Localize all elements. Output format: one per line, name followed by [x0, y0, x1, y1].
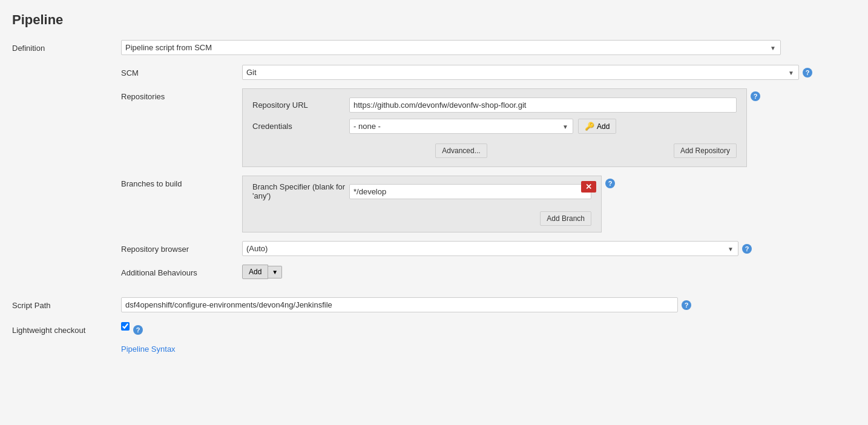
repo-actions: Advanced... Add Repository [252, 140, 737, 158]
branch-specifier-input[interactable] [349, 184, 591, 199]
repo-browser-row: Repository browser (Auto) ? [121, 241, 856, 256]
add-branch-button[interactable]: Add Branch [540, 211, 591, 226]
branches-row: Branches to build ✕ Branch Specifier (bl… [121, 176, 856, 232]
additional-behaviours-content: Add ▼ [242, 265, 856, 279]
branch-specifier-label: Branch Specifier (blank for 'any') [252, 182, 349, 200]
repo-browser-select[interactable]: (Auto) [242, 241, 738, 256]
add-credentials-button[interactable]: 🔑 Add [578, 119, 616, 134]
pipeline-syntax-section: Pipeline Syntax [121, 344, 856, 354]
credentials-select-wrapper: - none - [349, 119, 573, 134]
repo-url-row: Repository URL [252, 97, 737, 113]
repo-url-label: Repository URL [252, 100, 349, 110]
key-icon: 🔑 [585, 122, 594, 131]
repositories-row: Repositories Repository URL Credentials [121, 88, 856, 167]
repo-url-input[interactable] [349, 97, 737, 113]
repo-browser-content: (Auto) ? [242, 241, 856, 256]
scm-outer-block: SCM Git ? Repositories Repository URL [121, 65, 856, 288]
repo-browser-select-wrapper: (Auto) [242, 241, 738, 256]
additional-behaviours-row: Additional Behaviours Add ▼ [121, 265, 856, 279]
definition-select-wrapper: Pipeline script from SCM [121, 40, 781, 55]
lightweight-checkout-section: Lightweight checkout ? [12, 322, 856, 335]
credentials-select[interactable]: - none - [349, 119, 573, 134]
scm-help-icon[interactable]: ? [803, 68, 812, 77]
page-title: Pipeline [12, 12, 856, 28]
script-path-input[interactable] [121, 297, 678, 312]
definition-section: Definition Pipeline script from SCM [12, 40, 856, 55]
branch-specifier-row: Branch Specifier (blank for 'any') [252, 182, 591, 200]
credentials-label: Credentials [252, 122, 349, 131]
repositories-help-icon[interactable]: ? [751, 91, 760, 101]
add-repository-button[interactable]: Add Repository [674, 143, 737, 158]
credentials-row: Credentials - none - 🔑 Add [252, 119, 737, 134]
add-behaviour-dropdown-button[interactable]: ▼ [268, 266, 282, 278]
branch-actions: Add Branch [252, 206, 591, 226]
pipeline-syntax-link[interactable]: Pipeline Syntax [121, 344, 176, 354]
definition-label: Definition [12, 40, 121, 53]
script-path-label: Script Path [12, 297, 121, 310]
scm-spacer [12, 65, 121, 68]
lightweight-checkout-label: Lightweight checkout [12, 322, 121, 335]
lightweight-checkout-content: ? [121, 322, 856, 335]
scm-label: SCM [121, 65, 242, 77]
repositories-label: Repositories [121, 88, 242, 101]
scm-content: Git ? [242, 65, 856, 80]
branch-block: ✕ Branch Specifier (blank for 'any') Add… [242, 176, 602, 232]
repo-browser-help-icon[interactable]: ? [742, 244, 752, 254]
additional-behaviours-label: Additional Behaviours [121, 265, 242, 277]
definition-select[interactable]: Pipeline script from SCM [121, 40, 781, 55]
script-path-content: ? [121, 297, 856, 312]
lightweight-checkout-help-icon[interactable]: ? [133, 325, 143, 335]
add-behaviour-button[interactable]: Add [242, 265, 268, 279]
script-path-section: Script Path ? [12, 297, 856, 312]
branches-label: Branches to build [121, 176, 242, 188]
scm-section: SCM Git ? Repositories Repository URL [12, 65, 856, 288]
repositories-inner-block: Repository URL Credentials - none - [242, 88, 747, 167]
definition-content: Pipeline script from SCM [121, 40, 856, 55]
branches-content: ✕ Branch Specifier (blank for 'any') Add… [242, 176, 856, 232]
remove-branch-button[interactable]: ✕ [581, 181, 596, 193]
repositories-content: Repository URL Credentials - none - [242, 88, 856, 167]
scm-select-wrapper: Git [242, 65, 799, 80]
scm-row: SCM Git ? [121, 65, 856, 80]
scm-select[interactable]: Git [242, 65, 799, 80]
script-path-help-icon[interactable]: ? [682, 300, 691, 310]
lightweight-checkout-checkbox[interactable] [121, 322, 130, 331]
advanced-button[interactable]: Advanced... [435, 143, 487, 158]
branches-help-icon[interactable]: ? [605, 179, 615, 188]
repo-browser-label: Repository browser [121, 241, 242, 254]
add-behaviour-group: Add ▼ [242, 265, 282, 279]
